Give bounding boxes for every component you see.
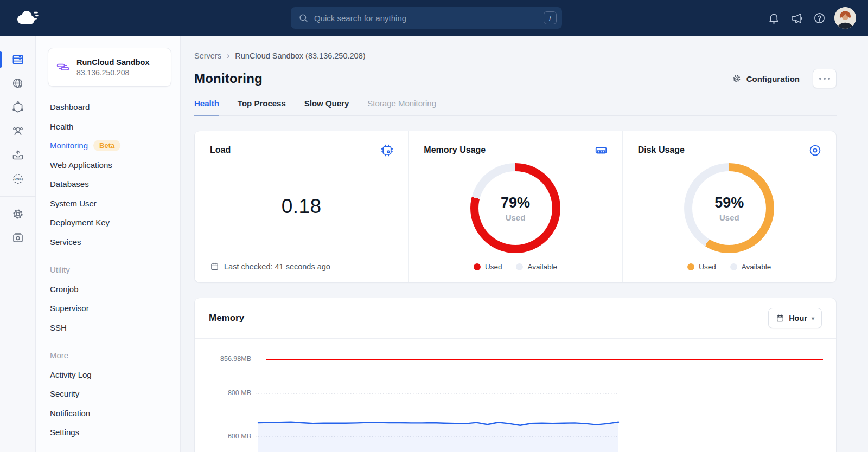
sidebar-item-cronjob[interactable]: Cronjob <box>48 280 171 299</box>
breadcrumb: Servers › RunCloud Sandbox (83.136.250.2… <box>194 51 837 61</box>
help-icon[interactable] <box>812 10 827 25</box>
dots-icon <box>819 78 822 80</box>
memory-legend: Used Available <box>409 263 622 271</box>
time-range-selector[interactable]: Hour ▾ <box>768 308 822 328</box>
megaphone-icon[interactable] <box>789 10 804 25</box>
chevron-down-icon: ▾ <box>812 315 814 321</box>
search-icon <box>298 13 309 23</box>
page-title: Monitoring <box>194 71 263 86</box>
rail-backup-camera-icon[interactable] <box>0 226 36 250</box>
server-ip: 83.136.250.208 <box>76 68 150 77</box>
sidebar-item-settings[interactable]: Settings <box>48 423 171 442</box>
topbar: / <box>0 0 868 36</box>
sidebar-item-activity-log[interactable]: Activity Log <box>48 365 171 385</box>
bell-icon[interactable] <box>766 10 781 25</box>
slash-shortcut-key: / <box>544 11 557 24</box>
load-panel: Load 0.18 Last checked: 41 seconds ago <box>195 131 408 282</box>
memory-line-chart: 856.98MB 800 MB 600 MB <box>195 339 836 452</box>
disk-icon <box>808 144 822 159</box>
used-dot <box>474 263 481 270</box>
global-search[interactable]: / <box>291 7 562 29</box>
memory-donut-chart: 79% Used <box>470 163 560 253</box>
more-options-button[interactable] <box>813 69 837 88</box>
sidebar-item-notification[interactable]: Notification <box>48 404 171 423</box>
rail-hexagon-icon[interactable] <box>0 95 36 119</box>
sidebar-item-dashboard[interactable]: Dashboard <box>48 98 171 117</box>
sidebar-item-ssh[interactable]: SSH <box>48 318 171 338</box>
tab-slow-query[interactable]: Slow Query <box>304 99 349 116</box>
cpu-icon <box>380 144 394 159</box>
rail-team-icon[interactable] <box>0 119 36 143</box>
memory-usage-panel: Memory Usage 79% Used Used Available <box>408 131 622 282</box>
memory-chart-card: Memory Hour ▾ 856.98MB 800 MB 600 MB <box>194 298 837 452</box>
rail-deployment-inbox-icon[interactable] <box>0 143 36 167</box>
tab-top-process[interactable]: Top Process <box>238 99 286 116</box>
svg-text:DNS: DNS <box>14 177 21 180</box>
disk-usage-title: Disk Usage <box>638 145 821 155</box>
configuration-button[interactable]: Configuration <box>732 74 800 83</box>
sidebar-section-more: More <box>48 346 171 365</box>
memory-percent: 79% <box>501 195 530 211</box>
memory-usage-title: Memory Usage <box>424 145 607 155</box>
chevron-right-icon: › <box>227 51 229 61</box>
sidebar-item-monitoring[interactable]: Monitoring Beta <box>48 136 171 156</box>
available-dot <box>516 263 523 270</box>
gear-icon <box>732 74 742 83</box>
search-input[interactable] <box>314 14 544 23</box>
calendar-icon <box>776 314 784 322</box>
user-avatar[interactable] <box>834 7 856 29</box>
rail-web-apps-globe-icon[interactable] <box>0 72 36 95</box>
sidebar-section-utility: Utility <box>48 260 171 280</box>
disk-donut-chart: 59% Used <box>684 163 774 253</box>
rail-dns-icon[interactable]: DNS <box>0 167 36 191</box>
sidebar-item-databases[interactable]: Databases <box>48 175 171 194</box>
sidebar-item-deployment-key[interactable]: Deployment Key <box>48 213 171 233</box>
load-title: Load <box>210 145 393 155</box>
tab-storage-monitoring: Storage Monitoring <box>367 99 436 116</box>
sidebar-item-web-applications[interactable]: Web Applications <box>48 156 171 175</box>
beta-badge: Beta <box>93 140 120 151</box>
sidebar-item-security[interactable]: Security <box>48 384 171 404</box>
server-selector-card[interactable]: RunCloud Sandbox 83.136.250.208 <box>48 48 171 87</box>
server-name: RunCloud Sandbox <box>76 58 150 67</box>
load-balancer-icon <box>56 60 70 74</box>
disk-usage-panel: Disk Usage 59% Used Used Available <box>622 131 836 282</box>
memory-chart-title: Memory <box>209 313 244 324</box>
breadcrumb-current: RunCloud Sandbox (83.136.250.208) <box>235 51 365 60</box>
sidebar-item-system-user[interactable]: System User <box>48 194 171 214</box>
icon-rail: DNS <box>0 36 36 452</box>
rail-settings-gear-icon[interactable] <box>0 202 36 226</box>
rail-divider <box>0 196 36 197</box>
tab-health[interactable]: Health <box>194 99 219 116</box>
calendar-icon <box>210 262 219 271</box>
used-dot <box>687 263 694 270</box>
sidebar-item-health[interactable]: Health <box>48 117 171 137</box>
sidebar-item-supervisor[interactable]: Supervisor <box>48 299 171 318</box>
main-content: Servers › RunCloud Sandbox (83.136.250.2… <box>181 36 868 452</box>
health-stats-card: Load 0.18 Last checked: 41 seconds ago M… <box>194 131 837 283</box>
disk-percent: 59% <box>714 195 744 211</box>
breadcrumb-servers[interactable]: Servers <box>194 51 221 60</box>
disk-legend: Used Available <box>623 263 836 271</box>
runcloud-logo-icon[interactable] <box>13 8 43 28</box>
ram-icon <box>594 144 608 160</box>
sidebar: RunCloud Sandbox 83.136.250.208 Dashboar… <box>36 36 181 452</box>
rail-servers-icon[interactable] <box>0 48 36 72</box>
available-dot <box>730 263 737 270</box>
sidebar-item-services[interactable]: Services <box>48 233 171 252</box>
last-checked: Last checked: 41 seconds ago <box>210 262 330 271</box>
monitoring-tabs: Health Top Process Slow Query Storage Mo… <box>194 99 837 116</box>
memory-chart-plot <box>195 339 836 452</box>
load-value: 0.18 <box>195 195 408 218</box>
